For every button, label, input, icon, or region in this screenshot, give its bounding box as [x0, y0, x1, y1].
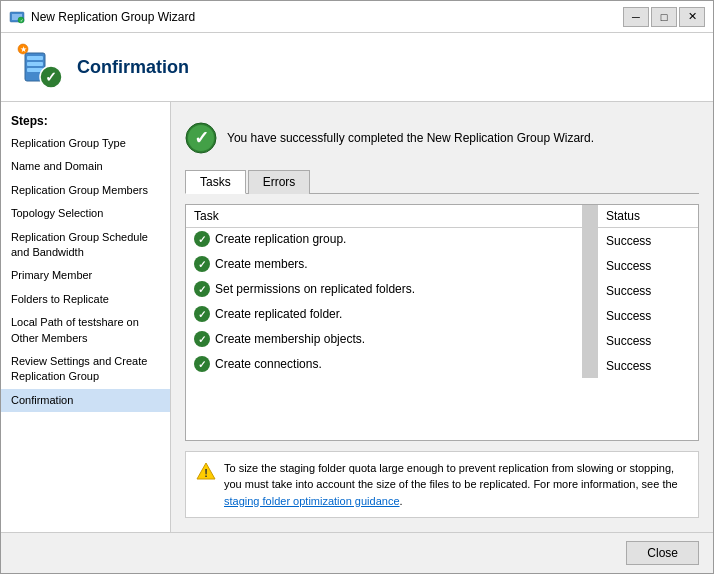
- sidebar-item-topology-selection[interactable]: Topology Selection: [1, 202, 170, 225]
- main-content: ✓ You have successfully completed the Ne…: [171, 102, 713, 532]
- warning-text-after: .: [400, 495, 403, 507]
- sidebar-item-folders-to-replicate[interactable]: Folders to Replicate: [1, 288, 170, 311]
- divider-cell: [582, 278, 598, 303]
- table-row: Create membership objects. Success: [186, 328, 698, 353]
- title-bar: ✓ New Replication Group Wizard ─ □ ✕: [1, 1, 713, 33]
- task-label: Create connections.: [215, 357, 322, 371]
- maximize-button[interactable]: □: [651, 7, 677, 27]
- sidebar-item-name-and-domain[interactable]: Name and Domain: [1, 155, 170, 178]
- task-row-icon: Create members.: [194, 256, 308, 272]
- svg-text:!: !: [204, 467, 208, 479]
- table-row: Create connections. Success: [186, 353, 698, 378]
- task-row-icon: Create replicated folder.: [194, 306, 342, 322]
- table-row: Create replication group. Success: [186, 228, 698, 254]
- svg-text:✓: ✓: [20, 18, 23, 23]
- task-row-icon: Create replication group.: [194, 231, 346, 247]
- sidebar-item-local-path[interactable]: Local Path of testshare on Other Members: [1, 311, 170, 350]
- sidebar-item-schedule-and-bandwidth[interactable]: Replication Group Schedule and Bandwidth: [1, 226, 170, 265]
- task-cell: Create replication group.: [186, 228, 582, 254]
- tab-tasks[interactable]: Tasks: [185, 170, 246, 194]
- svg-text:✓: ✓: [194, 128, 209, 148]
- sidebar-item-confirmation[interactable]: Confirmation: [1, 389, 170, 412]
- wizard-window: ✓ New Replication Group Wizard ─ □ ✕ ✓: [0, 0, 714, 574]
- divider-cell: [582, 228, 598, 254]
- wizard-header: ✓ ★ Confirmation: [1, 33, 713, 102]
- wizard-header-icon: ✓ ★: [17, 43, 65, 91]
- col-divider: [582, 205, 598, 228]
- task-table-container: Task Status Create replication group. Su…: [185, 204, 699, 441]
- table-row: Create members. Success: [186, 253, 698, 278]
- titlebar-close-button[interactable]: ✕: [679, 7, 705, 27]
- check-icon: [194, 356, 210, 372]
- tab-errors[interactable]: Errors: [248, 170, 311, 194]
- sidebar-item-replication-group-type[interactable]: Replication Group Type: [1, 132, 170, 155]
- divider-cell: [582, 328, 598, 353]
- window-title: New Replication Group Wizard: [31, 10, 623, 24]
- col-task: Task: [186, 205, 582, 228]
- success-banner: ✓ You have successfully completed the Ne…: [185, 116, 699, 160]
- warning-icon: !: [196, 461, 216, 481]
- status-cell: Success: [598, 278, 698, 303]
- sidebar-item-primary-member[interactable]: Primary Member: [1, 264, 170, 287]
- divider-cell: [582, 353, 598, 378]
- success-message: You have successfully completed the New …: [227, 131, 594, 145]
- content-area: Steps: Replication Group Type Name and D…: [1, 102, 713, 532]
- warning-box: ! To size the staging folder quota large…: [185, 451, 699, 519]
- task-table: Task Status Create replication group. Su…: [186, 205, 698, 378]
- check-icon: [194, 281, 210, 297]
- minimize-button[interactable]: ─: [623, 7, 649, 27]
- task-cell: Create membership objects.: [186, 328, 582, 353]
- task-row-icon: Set permissions on replicated folders.: [194, 281, 415, 297]
- close-button[interactable]: Close: [626, 541, 699, 565]
- status-cell: Success: [598, 253, 698, 278]
- task-row-icon: Create membership objects.: [194, 331, 365, 347]
- task-cell: Create members.: [186, 253, 582, 278]
- task-label: Create replicated folder.: [215, 307, 342, 321]
- warning-text: To size the staging folder quota large e…: [224, 460, 688, 510]
- sidebar: Steps: Replication Group Type Name and D…: [1, 102, 171, 532]
- window-icon: ✓: [9, 9, 25, 25]
- footer: Close: [1, 532, 713, 573]
- check-icon: [194, 256, 210, 272]
- svg-text:★: ★: [20, 45, 27, 54]
- title-bar-buttons: ─ □ ✕: [623, 7, 705, 27]
- success-icon: ✓: [185, 122, 217, 154]
- check-icon: [194, 231, 210, 247]
- sidebar-item-replication-group-members[interactable]: Replication Group Members: [1, 179, 170, 202]
- tab-bar: Tasks Errors: [185, 170, 699, 194]
- status-cell: Success: [598, 228, 698, 254]
- table-row: Set permissions on replicated folders. S…: [186, 278, 698, 303]
- svg-rect-7: [27, 68, 43, 72]
- table-row: Create replicated folder. Success: [186, 303, 698, 328]
- svg-text:✓: ✓: [45, 69, 57, 85]
- divider-cell: [582, 253, 598, 278]
- warning-text-before: To size the staging folder quota large e…: [224, 462, 678, 491]
- svg-rect-5: [27, 56, 43, 60]
- svg-rect-6: [27, 62, 43, 66]
- status-cell: Success: [598, 303, 698, 328]
- status-cell: Success: [598, 328, 698, 353]
- task-label: Create membership objects.: [215, 332, 365, 346]
- task-label: Create members.: [215, 257, 308, 271]
- col-status: Status: [598, 205, 698, 228]
- task-cell: Set permissions on replicated folders.: [186, 278, 582, 303]
- task-cell: Create replicated folder.: [186, 303, 582, 328]
- status-cell: Success: [598, 353, 698, 378]
- sidebar-item-review-settings[interactable]: Review Settings and Create Replication G…: [1, 350, 170, 389]
- staging-folder-link[interactable]: staging folder optimization guidance: [224, 495, 400, 507]
- wizard-header-title: Confirmation: [77, 57, 189, 78]
- task-label: Create replication group.: [215, 232, 346, 246]
- check-icon: [194, 331, 210, 347]
- check-icon: [194, 306, 210, 322]
- task-cell: Create connections.: [186, 353, 582, 378]
- task-row-icon: Create connections.: [194, 356, 322, 372]
- divider-cell: [582, 303, 598, 328]
- steps-label: Steps:: [1, 110, 170, 132]
- task-label: Set permissions on replicated folders.: [215, 282, 415, 296]
